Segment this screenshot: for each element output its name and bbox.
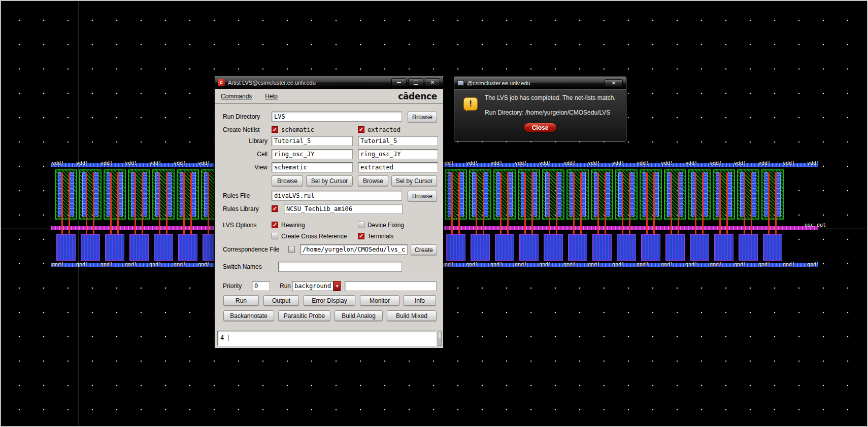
message-titlebar[interactable]: @csimcluster.ee.unlv.edu ✕ <box>454 77 626 89</box>
browse-schematic-button[interactable]: Browse <box>272 175 303 186</box>
message-dialog: @csimcluster.ee.unlv.edu ✕ ! The LVS job… <box>454 77 626 141</box>
monitor-button[interactable]: Monitor <box>360 295 399 306</box>
rewiring-checkbox[interactable]: ✓ <box>272 222 278 228</box>
gnd-label: gnd! <box>685 262 697 267</box>
layout-origin-vline <box>79 1 79 427</box>
vdd-label: vdd! <box>515 160 527 166</box>
vdd-label: vdd! <box>758 160 771 166</box>
rules-library-input[interactable] <box>284 204 403 214</box>
run-button[interactable]: Run <box>223 295 259 306</box>
parasitic-probe-button[interactable]: Parasitic Probe <box>278 310 330 321</box>
backannotate-button[interactable]: Backannotate <box>223 310 274 321</box>
switch-names-label: Switch Names <box>223 263 262 270</box>
run-host-input[interactable] <box>345 281 437 291</box>
gnd-label: gnd! <box>734 262 746 267</box>
layout-cell <box>640 169 662 261</box>
schematic-checkbox[interactable]: ✓ <box>272 126 278 133</box>
layout-cell <box>713 169 735 261</box>
maximize-button[interactable] <box>408 78 423 87</box>
layout-cell <box>104 169 126 261</box>
run-directory-browse-button[interactable]: Browse <box>408 112 437 122</box>
rules-file-browse-button[interactable]: Browse <box>408 191 437 201</box>
create-cross-reference-checkbox[interactable] <box>272 233 278 239</box>
check-icon: ✓ <box>273 222 277 228</box>
cell-extracted-input[interactable] <box>358 149 438 159</box>
dialog-close-button[interactable]: Close <box>524 123 557 132</box>
terminal-icon <box>457 80 464 86</box>
error-display-button[interactable]: Error Display <box>304 295 355 306</box>
layout-cell <box>615 169 638 261</box>
gnd-label: gnd! <box>783 262 795 267</box>
message-close-button[interactable]: ✕ <box>605 79 623 87</box>
cell-schematic-input[interactable] <box>272 149 353 159</box>
menu-commands[interactable]: Commands <box>221 93 252 100</box>
device-fixing-label: Device Fixing <box>368 222 404 229</box>
view-extracted-input[interactable] <box>358 162 438 172</box>
cadence-logo: cādence <box>398 91 437 101</box>
output-button[interactable]: Output <box>263 295 299 306</box>
gnd-label: gnd! <box>198 262 210 267</box>
exclamation-icon: ! <box>469 99 472 109</box>
library-label: Library <box>223 137 268 145</box>
scrollbar-thumb[interactable] <box>439 332 441 338</box>
layout-cell <box>566 169 589 261</box>
speech-bubble-tail <box>465 108 470 114</box>
vdd-label: vdd! <box>637 160 649 166</box>
check-icon: ✓ <box>359 127 363 132</box>
vdd-label: vdd! <box>783 160 795 166</box>
terminals-checkbox[interactable]: ✓ <box>358 233 364 239</box>
library-extracted-input[interactable] <box>358 136 438 146</box>
message-title: @csimcluster.ee.unlv.edu <box>467 80 530 86</box>
correspondence-create-button[interactable]: Create <box>411 244 437 255</box>
dropdown-arrow-icon[interactable]: ▼ <box>333 281 341 291</box>
check-icon: ✓ <box>273 206 277 211</box>
status-text: 4 <box>220 334 224 341</box>
layout-cell <box>55 169 77 261</box>
build-analog-button[interactable]: Build Analog <box>335 310 383 321</box>
check-icon: ✓ <box>359 233 363 239</box>
run-mode-select[interactable]: background ▼ <box>292 281 341 291</box>
vdd-label: vdd! <box>612 160 624 166</box>
browse-extracted-button[interactable]: Browse <box>358 175 388 186</box>
priority-input[interactable] <box>252 281 270 291</box>
gnd-label: gnd! <box>149 262 161 267</box>
library-schematic-input[interactable] <box>272 136 353 146</box>
rules-library-checkbox[interactable]: ✓ <box>272 205 278 212</box>
close-button[interactable]: ✕ <box>425 78 440 87</box>
correspondence-file-input[interactable] <box>300 244 408 255</box>
vdd-label: vdd! <box>490 160 503 166</box>
gnd-label: gnd! <box>174 262 186 267</box>
run-mode-label: Run <box>280 282 291 290</box>
extracted-checkbox[interactable]: ✓ <box>358 126 364 133</box>
vdd-label: vdd! <box>52 160 64 166</box>
device-fixing-checkbox[interactable] <box>358 222 364 228</box>
run-directory-input[interactable] <box>272 112 402 122</box>
layout-cell <box>664 169 686 261</box>
lvs-titlebar[interactable]: c Artist LVS@csimcluster.ee.unlv.edu ✕ <box>215 76 443 89</box>
warning-icon: ! <box>463 97 478 111</box>
info-button[interactable]: Info <box>404 295 436 306</box>
correspondence-file-checkbox[interactable] <box>288 246 295 253</box>
create-cross-reference-label: Create Cross Reference <box>281 233 347 240</box>
layout-cell <box>493 169 516 261</box>
menu-help[interactable]: Help <box>265 93 278 100</box>
vdd-label: vdd! <box>198 160 210 166</box>
gnd-label: gnd! <box>539 262 551 267</box>
minimize-button[interactable] <box>391 78 407 87</box>
sel-by-cursor-schematic-button[interactable]: Sel by Cursor <box>306 175 353 186</box>
build-mixed-button[interactable]: Build Mixed <box>387 310 437 321</box>
layout-canvas[interactable]: osc_out vdd!gnd!vdd!gnd!vdd!gnd!vdd!gnd!… <box>0 0 868 427</box>
view-schematic-input[interactable] <box>272 162 353 172</box>
layout-cell <box>128 169 150 261</box>
vdd-label: vdd! <box>76 160 88 166</box>
sel-by-cursor-extracted-button[interactable]: Sel by Cursor <box>391 175 437 186</box>
gnd-label: gnd! <box>563 262 576 267</box>
lvs-status-area[interactable]: 4 <box>217 331 437 346</box>
vdd-label: vdd! <box>101 160 113 166</box>
rules-file-input[interactable] <box>272 191 402 201</box>
minimize-icon <box>397 82 401 83</box>
status-scrollbar[interactable] <box>438 331 442 346</box>
vdd-label: vdd! <box>125 160 137 166</box>
cadence-app-icon: c <box>218 79 225 86</box>
switch-names-input[interactable] <box>278 262 402 272</box>
